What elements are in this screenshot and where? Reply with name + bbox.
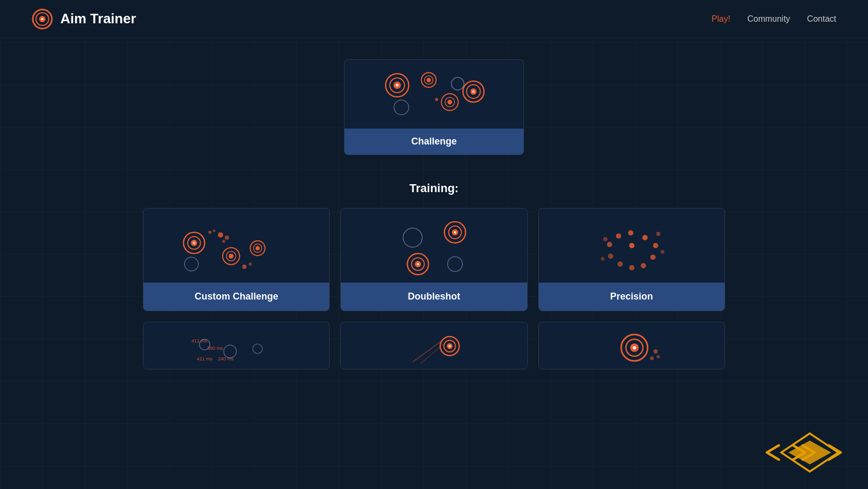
watermark-logo-icon xyxy=(762,429,857,476)
bottom-card-1-image: 411 ms 390 ms 411 ms 240 ms xyxy=(143,322,329,369)
doubleshot-svg xyxy=(341,209,527,283)
svg-point-27 xyxy=(222,240,225,243)
svg-point-61 xyxy=(661,250,664,254)
featured-challenge-card[interactable]: Challenge xyxy=(344,59,524,155)
svg-point-35 xyxy=(242,265,247,269)
svg-point-57 xyxy=(607,242,612,247)
svg-point-70 xyxy=(253,344,263,354)
navbar-links: Play! Community Contact xyxy=(711,14,836,24)
svg-point-48 xyxy=(448,257,463,271)
main-content: Challenge Training: xyxy=(0,38,868,391)
svg-point-38 xyxy=(213,230,215,232)
navbar: Aim Trainer Play! Community Contact xyxy=(0,0,868,38)
brand-title: Aim Trainer xyxy=(60,11,136,27)
svg-point-11 xyxy=(451,77,464,90)
svg-point-36 xyxy=(249,262,252,266)
svg-point-60 xyxy=(656,232,660,236)
svg-point-58 xyxy=(616,233,621,239)
svg-point-3 xyxy=(41,18,43,20)
svg-point-24 xyxy=(193,242,195,244)
svg-point-18 xyxy=(473,90,475,93)
precision-svg xyxy=(539,209,725,283)
svg-point-7 xyxy=(396,84,399,87)
bottom-card-3-svg xyxy=(539,322,725,369)
brand: Aim Trainer xyxy=(32,8,136,30)
bottom-card-2-svg xyxy=(341,322,527,369)
doubleshot-label: Doubleshot xyxy=(341,283,527,311)
bottom-card-1-svg: 411 ms 390 ms 411 ms 240 ms xyxy=(143,322,329,369)
svg-point-14 xyxy=(447,99,452,104)
svg-point-37 xyxy=(209,231,212,234)
training-cards-grid: Custom Challenge xyxy=(143,208,725,311)
svg-line-71 xyxy=(413,341,442,362)
svg-point-51 xyxy=(653,243,658,248)
nav-play[interactable]: Play! xyxy=(711,14,730,24)
custom-challenge-label: Custom Challenge xyxy=(143,283,329,311)
precision-card[interactable]: Precision xyxy=(538,208,725,311)
custom-challenge-image xyxy=(143,209,329,283)
svg-point-20 xyxy=(435,98,438,101)
doubleshot-card[interactable]: Doubleshot xyxy=(340,208,527,311)
training-title: Training: xyxy=(410,182,459,195)
bottom-card-3[interactable] xyxy=(538,322,725,369)
svg-point-19 xyxy=(394,100,409,115)
svg-point-50 xyxy=(642,235,647,240)
featured-card-image xyxy=(345,60,523,129)
brand-logo-icon xyxy=(32,8,53,30)
svg-point-34 xyxy=(256,246,260,250)
svg-text:411 ms: 411 ms xyxy=(197,356,213,361)
bottom-card-2-image xyxy=(341,322,527,369)
svg-point-59 xyxy=(628,230,633,236)
precision-image xyxy=(539,209,725,283)
nav-contact[interactable]: Contact xyxy=(807,14,836,24)
svg-point-63 xyxy=(601,257,604,261)
precision-label: Precision xyxy=(539,283,725,311)
svg-point-26 xyxy=(225,236,229,240)
bottom-card-3-image xyxy=(539,322,725,369)
featured-card-label: Challenge xyxy=(345,129,523,155)
svg-point-62 xyxy=(603,237,607,241)
svg-point-43 xyxy=(454,231,456,233)
svg-point-83 xyxy=(650,357,654,360)
svg-point-10 xyxy=(427,78,431,82)
bottom-card-2[interactable] xyxy=(340,322,527,369)
svg-point-54 xyxy=(629,265,634,270)
svg-point-39 xyxy=(403,228,422,247)
svg-point-81 xyxy=(653,349,657,354)
svg-point-25 xyxy=(218,232,223,238)
svg-point-49 xyxy=(629,243,634,248)
bottom-card-1[interactable]: 411 ms 390 ms 411 ms 240 ms xyxy=(143,322,330,369)
svg-point-76 xyxy=(449,345,451,347)
svg-point-56 xyxy=(608,253,613,259)
svg-point-28 xyxy=(185,257,198,271)
custom-challenge-card[interactable]: Custom Challenge xyxy=(143,208,330,311)
svg-point-31 xyxy=(229,254,233,259)
nav-community[interactable]: Community xyxy=(747,14,790,24)
challenge-targets-svg xyxy=(345,60,523,129)
svg-point-53 xyxy=(640,263,646,268)
svg-point-52 xyxy=(650,255,655,260)
svg-point-82 xyxy=(656,355,659,358)
custom-challenge-svg xyxy=(143,209,329,283)
bottom-cards-row: 411 ms 390 ms 411 ms 240 ms xyxy=(143,322,725,369)
svg-point-55 xyxy=(617,261,622,267)
watermark xyxy=(762,429,857,478)
doubleshot-image xyxy=(341,209,527,283)
svg-point-80 xyxy=(632,346,636,349)
svg-point-47 xyxy=(417,263,419,265)
svg-text:240 ms: 240 ms xyxy=(218,356,234,361)
